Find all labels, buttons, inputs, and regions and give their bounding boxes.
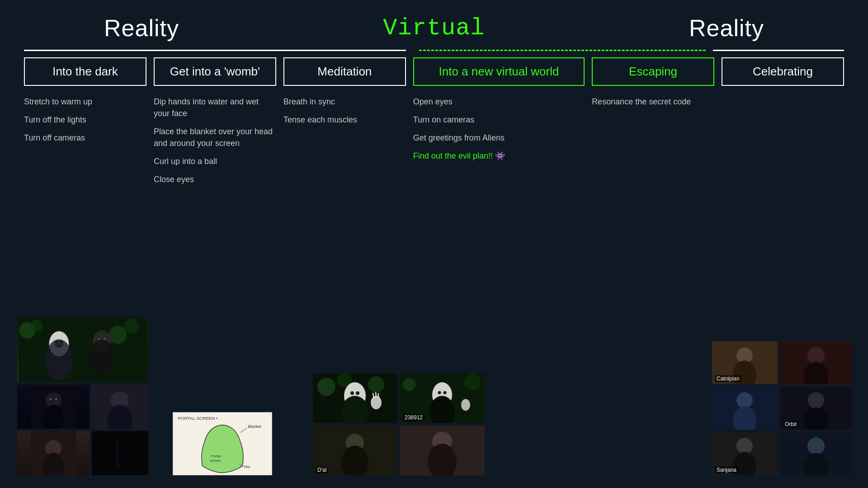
svg-point-54: [443, 391, 447, 394]
right-thumb-r2c1[interactable]: [712, 387, 778, 430]
section-box-virtual-world: Into a new virtual world: [413, 57, 585, 86]
title-reality-left: Reality: [104, 14, 179, 42]
virtual-thumb-tr[interactable]: 238912: [400, 373, 485, 423]
list-item-evil-plan: Find out the evil plan!! 👾: [413, 150, 585, 162]
svg-point-8: [30, 319, 43, 332]
svg-point-45: [371, 396, 382, 409]
svg-point-10: [124, 319, 139, 333]
list-item: Turn off cameras: [24, 132, 146, 144]
list-item: Stretch to warm up: [24, 96, 146, 108]
title-virtual-center: Virtual: [383, 15, 485, 42]
video-label-sanjana: Sanjana: [715, 466, 738, 474]
svg-point-74: [808, 392, 824, 408]
list-item: Get greetings from Aliens: [413, 132, 585, 144]
list-item: Dip hands into water and wet your face: [154, 96, 276, 119]
svg-point-50: [403, 378, 415, 391]
right-thumb-r1c1[interactable]: Catnipian: [712, 341, 778, 384]
video-label-dal: D'al: [316, 466, 328, 474]
right-video-grid: Catnipian Orbit Sanjana: [712, 341, 852, 475]
title-reality-right: Reality: [689, 14, 764, 42]
right-thumb-r1c2[interactable]: [780, 341, 852, 384]
video-thumb-left-mid-left[interactable]: [17, 385, 90, 429]
svg-point-77: [736, 438, 753, 454]
svg-rect-27: [117, 440, 118, 467]
svg-text:Portal: Portal: [211, 454, 221, 458]
virtual-thumb-bl[interactable]: D'al: [313, 426, 397, 475]
section-box-get-womb: Get into a 'womb': [154, 57, 276, 86]
list-get-womb: Dip hands into water and wet your face P…: [154, 96, 276, 186]
svg-point-40: [368, 376, 384, 393]
svg-point-68: [807, 347, 825, 364]
list-virtual-world: Open eyes Turn on cameras Get greetings …: [413, 96, 585, 162]
list-item: Curl up into a ball: [154, 155, 276, 167]
svg-point-80: [807, 437, 825, 455]
section-box-escaping: Escaping: [592, 57, 714, 86]
svg-point-18: [50, 398, 52, 400]
list-item: Place the blanket over your head and aro…: [154, 126, 276, 149]
svg-point-43: [356, 391, 359, 395]
svg-point-51: [464, 374, 481, 390]
svg-point-19: [55, 398, 57, 400]
list-item: Close eyes: [154, 174, 276, 185]
svg-text:screen: screen: [210, 459, 221, 463]
section-box-celebrating: Celebrating: [722, 57, 844, 86]
list-item: Resonance the secret code: [592, 96, 714, 108]
section-box-into-dark: Into the dark: [24, 57, 146, 86]
video-thumb-left-bot-right[interactable]: [92, 431, 148, 475]
svg-point-42: [350, 391, 354, 395]
svg-rect-26: [92, 431, 148, 475]
svg-point-14: [90, 339, 115, 375]
svg-text:Blanket: Blanket: [248, 424, 261, 429]
list-item: Turn on cameras: [413, 114, 585, 126]
virtual-thumb-tl[interactable]: [313, 373, 397, 423]
svg-text:You: You: [243, 465, 250, 469]
video-thumb-left-mid-right[interactable]: [92, 385, 148, 429]
list-item: Tense each muscles: [283, 114, 406, 126]
svg-line-47: [376, 393, 376, 397]
video-thumb-left-top[interactable]: [17, 317, 148, 382]
right-thumb-r3c2[interactable]: [780, 432, 852, 475]
virtual-thumb-br[interactable]: [400, 426, 485, 475]
svg-point-9: [109, 326, 127, 344]
svg-line-46: [373, 394, 374, 398]
svg-point-53: [438, 391, 441, 394]
video-label-catnipian: Catnipian: [715, 375, 741, 382]
right-thumb-r2c2[interactable]: Orbit: [780, 387, 852, 430]
list-item: Breath in sync: [283, 96, 406, 108]
svg-point-71: [736, 392, 753, 408]
video-thumb-left-bot-left[interactable]: [17, 431, 90, 475]
video-label-orbit: Orbit: [783, 421, 798, 428]
portal-diagram: PORTAL SCREEN • Portal screen Blanket Yo…: [173, 412, 272, 475]
video-label-238912: 238912: [403, 414, 425, 421]
list-item: Turn off the lights: [24, 114, 146, 126]
svg-point-56: [461, 399, 470, 411]
list-meditation: Breath in sync Tense each muscles: [283, 96, 406, 126]
svg-point-6: [46, 339, 73, 380]
section-box-meditation: Meditation: [283, 57, 406, 86]
list-escaping: Resonance the secret code: [592, 96, 714, 108]
list-item: Open eyes: [413, 96, 585, 108]
left-video-grid: [17, 317, 148, 475]
virtual-video-grid: 238912 D'al: [313, 373, 485, 475]
svg-text:PORTAL SCREEN •: PORTAL SCREEN •: [178, 416, 218, 421]
svg-point-38: [317, 378, 335, 396]
list-into-dark: Stretch to warm up Turn off the lights T…: [24, 96, 146, 144]
right-thumb-r3c1[interactable]: Sanjana: [712, 432, 778, 475]
